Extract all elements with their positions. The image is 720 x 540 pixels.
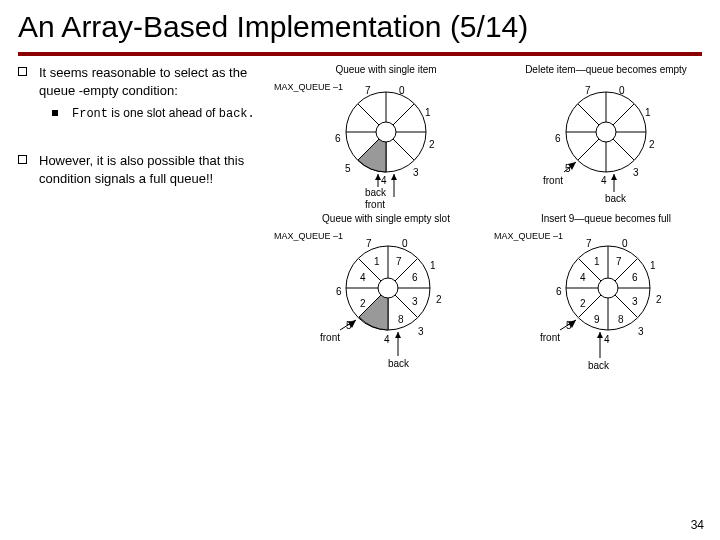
o7: 7: [586, 238, 592, 249]
circ-bl: 7 0 1 2 3 4 5 6 1 7 6 3 8 2 4 front back: [318, 226, 454, 376]
i1: 7: [616, 256, 622, 267]
i4: 8: [618, 314, 624, 325]
n0: 0: [399, 85, 405, 96]
bottom-chart-row: Queue with single empty slot MAX_QUEUE –…: [278, 213, 714, 376]
chart-top-left: Queue with single item MAX_QUEUE –1: [278, 64, 494, 207]
lbl-front-bl: front: [320, 332, 340, 343]
n7: 7: [365, 85, 371, 96]
i2: 6: [412, 272, 418, 283]
page-number: 34: [691, 518, 704, 532]
svg-marker-29: [395, 332, 401, 338]
code-front: Front: [72, 107, 108, 121]
content-area: It seems reasonable to select as the que…: [0, 56, 720, 376]
i5: 9: [594, 314, 600, 325]
i7: 4: [360, 272, 366, 283]
o0: 0: [622, 238, 628, 249]
chart-bl-title: Queue with single empty slot: [278, 213, 494, 224]
circ-tl: 7 0 1 2 3 4 5 6 back front: [321, 77, 451, 207]
n2: 2: [429, 139, 435, 150]
o0: 0: [402, 238, 408, 249]
lbl-front-tl: front: [365, 199, 385, 210]
o3: 3: [418, 326, 424, 337]
svg-point-35: [598, 278, 618, 298]
o5: 5: [566, 320, 572, 331]
i0: 1: [594, 256, 600, 267]
chart-bot-left: Queue with single empty slot MAX_QUEUE –…: [278, 213, 494, 376]
chart-top-right: Delete item—queue becomes empty: [498, 64, 714, 207]
n4: 4: [381, 175, 387, 186]
n5: 5: [345, 163, 351, 174]
n1: 1: [645, 107, 651, 118]
sub-mid: is one slot ahead of: [108, 106, 219, 120]
n1: 1: [425, 107, 431, 118]
page-title: An Array-Based Implementation (5/14): [0, 0, 720, 52]
svg-marker-19: [611, 174, 617, 180]
n3: 3: [413, 167, 419, 178]
left-column: It seems reasonable to select as the que…: [18, 64, 278, 376]
circ-br: 7 0 1 2 3 4 5 6 1 7 6 3 8 9 2 4 front: [538, 226, 674, 376]
lbl-back-tr: back: [605, 193, 626, 204]
o4: 4: [604, 334, 610, 345]
n0: 0: [619, 85, 625, 96]
o1: 1: [430, 260, 436, 271]
sub-bullet-1: Front is one slot ahead of back.: [52, 105, 278, 122]
i7: 4: [580, 272, 586, 283]
i2: 6: [632, 272, 638, 283]
n5: 5: [565, 163, 571, 174]
bullet-2: However, it is also possible that this c…: [18, 152, 278, 187]
i6: 2: [360, 298, 366, 309]
o6: 6: [336, 286, 342, 297]
bullet-2-text: However, it is also possible that this c…: [39, 152, 278, 187]
top-chart-row: Queue with single item MAX_QUEUE –1: [278, 64, 714, 207]
bullet-1-text: It seems reasonable to select as the que…: [39, 64, 278, 99]
o1: 1: [650, 260, 656, 271]
svg-marker-39: [597, 332, 603, 338]
bullet-square-icon: [18, 155, 27, 164]
n6: 6: [555, 133, 561, 144]
i3: 3: [412, 296, 418, 307]
n2: 2: [649, 139, 655, 150]
bullet-square-icon: [18, 67, 27, 76]
o4: 4: [384, 334, 390, 345]
o2: 2: [436, 294, 442, 305]
chart-br-title: Insert 9—queue becomes full: [498, 213, 714, 224]
right-column: Queue with single item MAX_QUEUE –1: [278, 64, 714, 376]
n4: 4: [601, 175, 607, 186]
n6: 6: [335, 133, 341, 144]
chart-bot-right: Insert 9—queue becomes full MAX_QUEUE –1: [498, 213, 714, 376]
svg-marker-9: [391, 174, 397, 180]
n3: 3: [633, 167, 639, 178]
lbl-front-tr: front: [543, 175, 563, 186]
o6: 6: [556, 286, 562, 297]
i0: 1: [374, 256, 380, 267]
bullet-1: It seems reasonable to select as the que…: [18, 64, 278, 99]
circ-tr: 7 0 1 2 3 4 5 6 front back: [541, 77, 671, 207]
lbl-back-bl: back: [388, 358, 409, 369]
svg-point-25: [378, 278, 398, 298]
o2: 2: [656, 294, 662, 305]
code-back: back.: [219, 107, 255, 121]
sub-bullet-1-text: Front is one slot ahead of back.: [72, 105, 255, 122]
o7: 7: [366, 238, 372, 249]
lbl-front-br: front: [540, 332, 560, 343]
i4: 8: [398, 314, 404, 325]
n7: 7: [585, 85, 591, 96]
svg-point-5: [376, 122, 396, 142]
bullet-small-square-icon: [52, 110, 58, 116]
o3: 3: [638, 326, 644, 337]
svg-point-15: [596, 122, 616, 142]
lbl-back-tl: back: [365, 187, 386, 198]
lbl-back-br: back: [588, 360, 609, 371]
i3: 3: [632, 296, 638, 307]
i1: 7: [396, 256, 402, 267]
i6: 2: [580, 298, 586, 309]
o5: 5: [346, 320, 352, 331]
chart-tl-title: Queue with single item: [278, 64, 494, 75]
chart-tr-title: Delete item—queue becomes empty: [498, 64, 714, 75]
